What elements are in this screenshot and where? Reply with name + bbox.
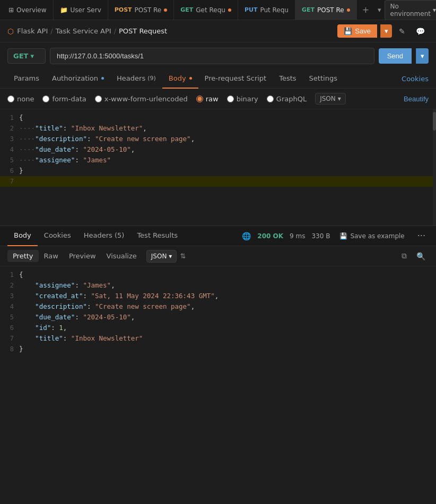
breadcrumb-actions: 💾 Save ▾ ✎ 💬	[337, 24, 429, 38]
option-urlencoded[interactable]: x-www-form-urlencoded	[95, 95, 188, 103]
copy-response-button[interactable]: ⧉	[398, 249, 410, 263]
option-binary[interactable]: binary	[227, 95, 258, 103]
resp-code-line-7: 7 "title": "Inbox Newsletter"	[0, 333, 436, 344]
response-time: 9 ms	[290, 232, 305, 240]
fmt-tab-preview[interactable]: Preview	[64, 250, 101, 262]
breadcrumb-sep-1: /	[50, 27, 53, 35]
fmt-tab-visualize[interactable]: Visualize	[101, 250, 142, 262]
code-line-3: 3 ····"description": "Create new screen …	[0, 134, 436, 144]
resp-tab-headers[interactable]: Headers (5)	[77, 226, 131, 246]
save-example-label: Save as example	[350, 232, 404, 240]
environment-selector[interactable]: No environment ▾	[385, 0, 436, 20]
url-bar: GET ▾ Send ▾	[0, 42, 436, 69]
comment-icon-button[interactable]: 💬	[412, 24, 429, 38]
beautify-button[interactable]: Beautify	[404, 95, 429, 103]
json-type-selector[interactable]: JSON ▾	[315, 93, 346, 105]
method-badge-get: GET	[180, 6, 193, 13]
code-line-4: 4 ····"due_date": "2024-05-10",	[0, 144, 436, 155]
breadcrumb-sep-2: /	[114, 27, 116, 35]
request-tabs: Params Authorization Headers (9) Body Pr…	[0, 69, 436, 89]
request-body-editor[interactable]: 1 { 2 ····"title": "Inbox Newsletter", 3…	[0, 109, 436, 226]
add-tab-button[interactable]: +	[357, 0, 374, 20]
response-size: 330 B	[311, 232, 330, 240]
auth-dot	[101, 77, 104, 80]
tab-put-req[interactable]: PUT Put Requ	[238, 0, 295, 20]
resp-tab-body[interactable]: Body	[7, 226, 38, 246]
save-button[interactable]: 💾 Save	[337, 24, 377, 38]
option-graphql[interactable]: GraphQL	[267, 95, 307, 103]
method-selector[interactable]: GET ▾	[7, 48, 46, 64]
bottom-empty-space	[0, 358, 436, 427]
fmt-tab-pretty[interactable]: Pretty	[7, 250, 39, 262]
save-example-icon: 💾	[339, 232, 347, 240]
tab-user-service[interactable]: 📁 User Serv	[54, 0, 108, 20]
cookies-link[interactable]: Cookies	[402, 75, 429, 83]
edit-icon-button[interactable]: ✎	[395, 24, 409, 38]
save-dropdown-button[interactable]: ▾	[380, 24, 392, 38]
resp-code-line-1: 1 {	[0, 270, 436, 280]
response-actions: ⧉ 🔍	[398, 249, 429, 263]
code-line-5: 5 ····"assignee": "James"	[0, 155, 436, 166]
tab-get-req[interactable]: GET Get Requ	[174, 0, 238, 20]
url-input[interactable]	[50, 48, 374, 64]
tab-post-req-1[interactable]: POST POST Re	[108, 0, 174, 20]
send-button[interactable]: Send	[379, 48, 412, 64]
resp-code-line-3: 3 "created_at": "Sat, 11 May 2024 22:36:…	[0, 291, 436, 301]
body-dot	[189, 77, 192, 80]
json-type-chevron: ▾	[338, 95, 341, 102]
body-options: none form-data x-www-form-urlencoded raw…	[0, 89, 436, 109]
search-response-button[interactable]: 🔍	[413, 250, 429, 263]
response-format-tabs: Pretty Raw Preview Visualize JSON ▾ ⇅ ⧉ …	[0, 246, 436, 266]
resp-tab-test-results[interactable]: Test Results	[130, 226, 184, 246]
option-none[interactable]: none	[7, 95, 34, 103]
save-example-button[interactable]: 💾 Save as example	[336, 231, 407, 241]
option-raw[interactable]: raw	[196, 95, 219, 103]
response-meta: 🌐 200 OK 9 ms 330 B 💾 Save as example ··…	[242, 229, 429, 242]
resp-tab-cookies[interactable]: Cookies	[38, 226, 77, 246]
filter-icon[interactable]: ⇅	[180, 252, 186, 260]
headers-badge: (9)	[147, 75, 156, 82]
tab-tests[interactable]: Tests	[273, 69, 302, 89]
grid-icon: ⊞	[8, 6, 14, 14]
response-body-editor: 1 { 2 "assignee": "James", 3 "created_at…	[0, 266, 436, 358]
tab-body[interactable]: Body	[162, 69, 198, 89]
env-chevron-icon: ▾	[433, 6, 436, 14]
resp-code-line-4: 4 "description": "Create new screen page…	[0, 301, 436, 312]
breadcrumb-current: POST Request	[119, 27, 167, 35]
tab-pre-request[interactable]: Pre-request Script	[198, 69, 273, 89]
tab-post-req-2[interactable]: GET POST Re	[295, 0, 357, 20]
tab-put-req-label: Put Requ	[260, 6, 289, 14]
resp-code-line-6: 6 "id": 1,	[0, 323, 436, 333]
resp-code-line-8: 8 }	[0, 344, 436, 354]
option-form-data[interactable]: form-data	[42, 95, 86, 103]
tab-headers[interactable]: Headers (9)	[110, 69, 162, 89]
code-line-1: 1 {	[0, 112, 436, 123]
tabs-chevron[interactable]: ▾	[374, 0, 385, 20]
more-options-button[interactable]: ···	[414, 229, 429, 242]
save-icon: 💾	[344, 27, 352, 35]
tab-authorization[interactable]: Authorization	[46, 69, 110, 89]
code-line-7: 7	[0, 176, 436, 187]
unsaved-dot-get	[228, 8, 231, 12]
tab-post-req-1-label: POST Re	[135, 6, 162, 14]
fmt-tab-raw[interactable]: Raw	[39, 250, 64, 262]
method-label: GET	[13, 52, 28, 60]
method-chevron-icon: ▾	[30, 52, 34, 60]
breadcrumb-bar: ⬡ Flask API / Task Service API / POST Re…	[0, 20, 436, 42]
status-badge: 200 OK	[257, 232, 283, 240]
request-icon: ⬡	[7, 27, 14, 36]
breadcrumb-task-service[interactable]: Task Service API	[56, 27, 111, 35]
tab-params[interactable]: Params	[7, 69, 46, 89]
send-dropdown-button[interactable]: ▾	[416, 48, 429, 64]
env-selector-label: No environment	[390, 3, 431, 18]
tab-overview[interactable]: ⊞ Overview	[2, 0, 54, 20]
unsaved-dot-1	[164, 8, 167, 12]
method-badge-post1: POST	[115, 6, 132, 13]
response-json-selector[interactable]: JSON ▾	[146, 250, 177, 263]
resp-json-chevron: ▾	[169, 253, 172, 260]
breadcrumb-flask-api[interactable]: Flask API	[17, 27, 48, 35]
tab-settings[interactable]: Settings	[303, 69, 344, 89]
tab-overview-label: Overview	[16, 6, 47, 14]
method-badge-put: PUT	[245, 6, 258, 13]
method-badge-post2: GET	[302, 6, 315, 13]
